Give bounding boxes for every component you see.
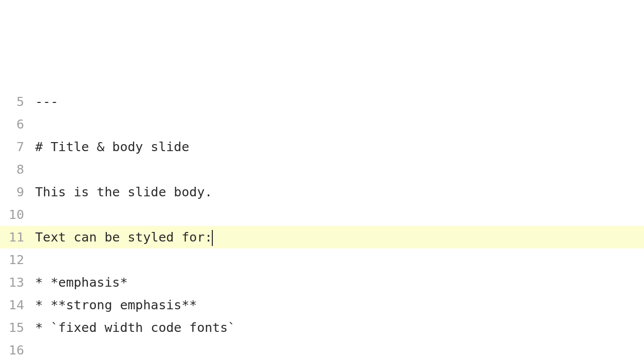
editor-line[interactable]: 11Text can be styled for: <box>0 226 644 249</box>
line-content[interactable]: * *emphasis* <box>35 271 644 294</box>
text-cursor <box>212 230 213 246</box>
line-number: 16 <box>0 339 35 361</box>
line-content[interactable]: Text can be styled for: <box>35 226 644 249</box>
code-segment: This is the slide body. <box>35 184 212 199</box>
editor-line[interactable]: 16 <box>0 339 644 361</box>
code-segment: * **strong emphasis** <box>35 297 197 312</box>
code-segment: * `fixed width code fonts` <box>35 320 235 335</box>
code-segment: --- <box>35 94 58 109</box>
code-segment: # Title & body slide <box>35 139 189 154</box>
code-segment: Text can be styled for: <box>35 229 212 245</box>
editor-line[interactable]: 6 <box>0 113 644 136</box>
editor-line[interactable]: 7# Title & body slide <box>0 136 644 158</box>
line-content[interactable]: This is the slide body. <box>35 181 644 203</box>
editor-line[interactable]: 5--- <box>0 90 644 113</box>
editor-line[interactable]: 8 <box>0 158 644 181</box>
editor-line[interactable]: 13* *emphasis* <box>0 271 644 294</box>
editor-line[interactable]: 15* `fixed width code fonts` <box>0 316 644 339</box>
editor-line[interactable]: 10 <box>0 203 644 226</box>
line-number: 10 <box>0 203 35 226</box>
code-segment: * *emphasis* <box>35 275 127 290</box>
line-content[interactable]: * **strong emphasis** <box>35 294 644 316</box>
line-number: 11 <box>0 226 35 249</box>
line-number: 5 <box>0 90 35 113</box>
line-number: 9 <box>0 181 35 203</box>
editor-line[interactable]: 14* **strong emphasis** <box>0 294 644 316</box>
line-content[interactable]: # Title & body slide <box>35 136 644 158</box>
line-number: 15 <box>0 316 35 339</box>
editor-line[interactable]: 9This is the slide body. <box>0 181 644 203</box>
line-content[interactable]: --- <box>35 90 644 113</box>
line-number: 13 <box>0 271 35 294</box>
line-content[interactable]: * `fixed width code fonts` <box>35 316 644 339</box>
line-number: 14 <box>0 294 35 316</box>
line-number: 12 <box>0 249 35 271</box>
line-number: 8 <box>0 158 35 181</box>
editor-line[interactable]: 12 <box>0 249 644 271</box>
line-number: 6 <box>0 113 35 136</box>
line-number: 7 <box>0 136 35 158</box>
code-editor[interactable]: 5---67# Title & body slide89This is the … <box>0 90 644 362</box>
